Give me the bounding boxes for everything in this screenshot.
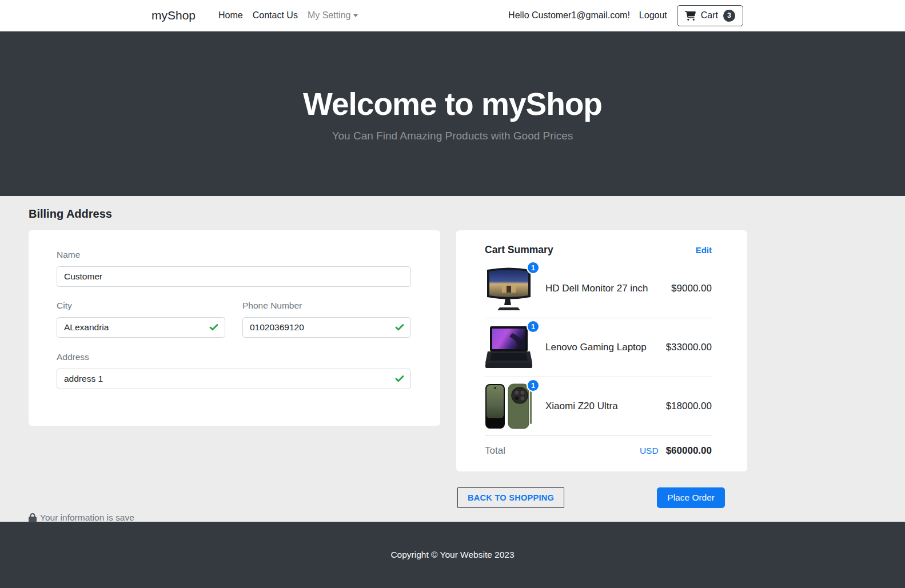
city-label: City [57, 301, 225, 311]
city-field-group: City [57, 301, 225, 338]
item-name: Xiaomi Z20 Ultra [545, 399, 666, 413]
edit-cart-link[interactable]: Edit [696, 245, 712, 255]
lock-icon [29, 513, 37, 522]
cart-item: 1 HD Dell Monitor 27 inch $9000.00 [485, 259, 712, 318]
product-image-dell-monitor: 1 [485, 265, 533, 312]
navbar-right: Hello Customer1@gmail.com! Logout Cart 3 [508, 5, 743, 26]
nav-links: Home Contact Us My Setting [214, 6, 363, 25]
nav-link-contact-us[interactable]: Contact Us [248, 6, 302, 25]
total-row: Total USD $60000.00 [485, 436, 712, 460]
place-order-button[interactable]: Place Order [657, 487, 725, 508]
currency-label: USD [640, 446, 659, 456]
hero-banner: Welcome to myShop You Can Find Amazing P… [0, 31, 905, 196]
name-field-group: Name [57, 250, 411, 287]
laptop-image [485, 324, 533, 371]
item-price: $18000.00 [666, 401, 712, 412]
name-input[interactable] [57, 266, 411, 287]
valid-check-icon [394, 374, 405, 384]
cart-item: 1 Xiaomi Z20 Ultra $18000.00 [485, 377, 712, 436]
nav-link-my-setting[interactable]: My Setting [303, 6, 363, 25]
hero-title: Welcome to myShop [303, 86, 602, 122]
cart-summary-card: Cart Summary Edit [456, 230, 747, 471]
greeting-text: Hello Customer1@gmail.com! [508, 10, 630, 21]
product-image-xiaomi-phone: 1 [485, 383, 533, 430]
item-price: $33000.00 [666, 342, 712, 353]
city-phone-row: City Phone Number [57, 301, 411, 338]
product-image-lenovo-laptop: 1 [485, 324, 533, 371]
city-input[interactable] [57, 317, 225, 338]
cart-icon [685, 11, 696, 21]
cart-count-badge: 3 [723, 10, 735, 22]
phone-field-group: Phone Number [242, 301, 411, 338]
valid-check-icon [394, 322, 405, 333]
phone-label: Phone Number [242, 301, 411, 311]
logout-link[interactable]: Logout [635, 6, 672, 25]
total-amount: $60000.00 [666, 445, 712, 457]
phone-input[interactable] [242, 317, 411, 338]
name-label: Name [57, 250, 411, 260]
back-to-shopping-button[interactable]: BACK TO SHOPPING [457, 487, 564, 508]
actions-row: BACK TO SHOPPING Place Order [457, 487, 725, 508]
hero-subtitle: You Can Find Amazing Products with Good … [332, 130, 573, 142]
billing-section-title: Billing Address [29, 207, 876, 221]
address-input[interactable] [57, 369, 411, 389]
secure-note-text: Your information is save [40, 513, 134, 523]
brand-logo[interactable]: myShop [152, 9, 196, 22]
quantity-badge: 1 [527, 320, 540, 333]
total-label: Total [485, 445, 505, 457]
quantity-badge: 1 [527, 261, 540, 274]
content-row: Name City Phone Number [29, 230, 876, 471]
my-setting-label: My Setting [308, 10, 351, 20]
item-name: HD Dell Monitor 27 inch [545, 282, 671, 295]
cart-button-label: Cart [701, 10, 718, 21]
address-label: Address [57, 352, 411, 362]
navbar: myShop Home Contact Us My Setting Hello … [0, 0, 905, 31]
copyright-text: Copyright © Your Website 2023 [390, 550, 514, 560]
phone-image [485, 383, 533, 430]
cart-item: 1 Lenovo Gaming Laptop $33000.00 [485, 318, 712, 377]
nav-link-home[interactable]: Home [214, 6, 248, 25]
checkout-section: Billing Address Name City Phone [0, 196, 905, 522]
quantity-badge: 1 [527, 379, 540, 392]
cart-button[interactable]: Cart 3 [677, 5, 743, 26]
cart-summary-title: Cart Summary [485, 244, 553, 256]
address-field-group: Address [57, 352, 411, 389]
chevron-down-icon [353, 14, 358, 17]
item-price: $9000.00 [671, 283, 712, 294]
monitor-image [485, 265, 533, 312]
footer: Copyright © Your Website 2023 [0, 522, 905, 588]
valid-check-icon [209, 322, 219, 333]
item-name: Lenovo Gaming Laptop [545, 341, 666, 354]
billing-form-card: Name City Phone Number [29, 230, 440, 426]
cart-summary-header: Cart Summary Edit [485, 244, 712, 256]
